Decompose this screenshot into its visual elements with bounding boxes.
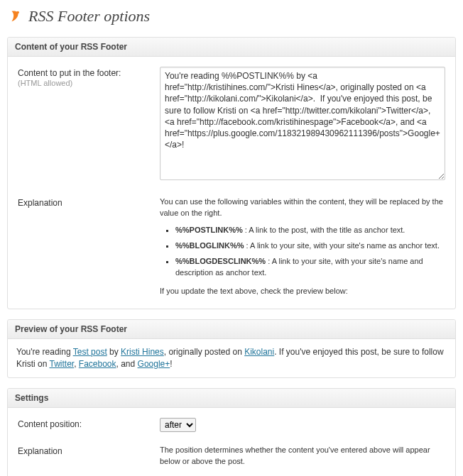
- preview-panel: Preview of your RSS Footer You're readin…: [7, 319, 456, 379]
- variable-desc: : A link to the post, with the title as …: [243, 226, 405, 234]
- settings-panel: Settings Content position: after Explana…: [7, 388, 456, 476]
- content-panel: Content of your RSS Footer Content to pu…: [7, 37, 456, 309]
- preview-twitter-link[interactable]: Twitter: [49, 359, 74, 369]
- svg-point-1: [16, 11, 19, 14]
- preview-post-link[interactable]: Test post: [73, 347, 107, 357]
- explanation-intro: You can use the following variables with…: [160, 197, 445, 219]
- preview-text: ,: [74, 359, 79, 369]
- footer-content-textarea[interactable]: [160, 67, 445, 180]
- variable-desc: : A link to your site, with your site's …: [244, 241, 440, 250]
- preview-panel-heading: Preview of your RSS Footer: [8, 320, 455, 339]
- variable-name: %%BLOGLINK%%: [175, 241, 244, 250]
- variable-name: %%POSTLINK%%: [175, 226, 243, 234]
- preview-text: You're reading: [16, 347, 73, 357]
- preview-text: , and: [116, 359, 138, 369]
- variable-item: %%POSTLINK%% : A link to the post, with …: [175, 225, 445, 236]
- preview-text: , originally posted on: [164, 347, 244, 357]
- page-header: RSS Footer options: [7, 6, 456, 30]
- plugin-logo-icon: [7, 9, 23, 24]
- explanation-control: You can use the following variables with…: [160, 197, 445, 297]
- settings-panel-body: Content position: after Explanation The …: [8, 408, 455, 476]
- variable-name: %%BLOGDESCLINK%%: [175, 257, 266, 265]
- preview-site-link[interactable]: Kikolani: [244, 347, 274, 357]
- settings-explanation-row: Explanation The position determines whet…: [18, 445, 445, 467]
- preview-googleplus-link[interactable]: Google+: [138, 359, 170, 369]
- content-panel-heading: Content of your RSS Footer: [8, 38, 455, 57]
- preview-facebook-link[interactable]: Facebook: [79, 359, 116, 369]
- content-control: [160, 67, 445, 184]
- preview-text: !: [170, 359, 172, 369]
- explanation-row: Explanation You can use the following va…: [18, 197, 445, 297]
- settings-panel-heading: Settings: [8, 389, 455, 408]
- settings-explanation-text: The position determines whether the cont…: [160, 445, 445, 467]
- content-label: Content to put in the footer: (HTML allo…: [18, 67, 160, 88]
- preview-author-link[interactable]: Kristi Hines: [121, 347, 164, 357]
- preview-body: You're reading Test post by Kristi Hines…: [8, 339, 455, 378]
- content-row: Content to put in the footer: (HTML allo…: [18, 67, 445, 184]
- variables-list: %%POSTLINK%% : A link to the post, with …: [175, 225, 445, 279]
- rss-footer-options-page: RSS Footer options Content of your RSS F…: [0, 0, 463, 476]
- preview-text: by: [107, 347, 121, 357]
- position-row: Content position: after: [18, 418, 445, 432]
- content-sublabel: (HTML allowed): [18, 79, 72, 87]
- content-position-select[interactable]: after: [160, 418, 196, 432]
- position-control: after: [160, 418, 445, 432]
- settings-explanation-label: Explanation: [18, 445, 160, 456]
- explanation-label: Explanation: [18, 197, 160, 208]
- content-label-text: Content to put in the footer:: [18, 68, 121, 78]
- variable-item: %%BLOGLINK%% : A link to your site, with…: [175, 240, 445, 252]
- explanation-outro: If you update the text above, check the …: [160, 286, 445, 297]
- page-title: RSS Footer options: [28, 7, 150, 26]
- position-label: Content position:: [18, 418, 160, 429]
- content-panel-body: Content to put in the footer: (HTML allo…: [8, 57, 455, 309]
- variable-item: %%BLOGDESCLINK%% : A link to your site, …: [175, 256, 445, 279]
